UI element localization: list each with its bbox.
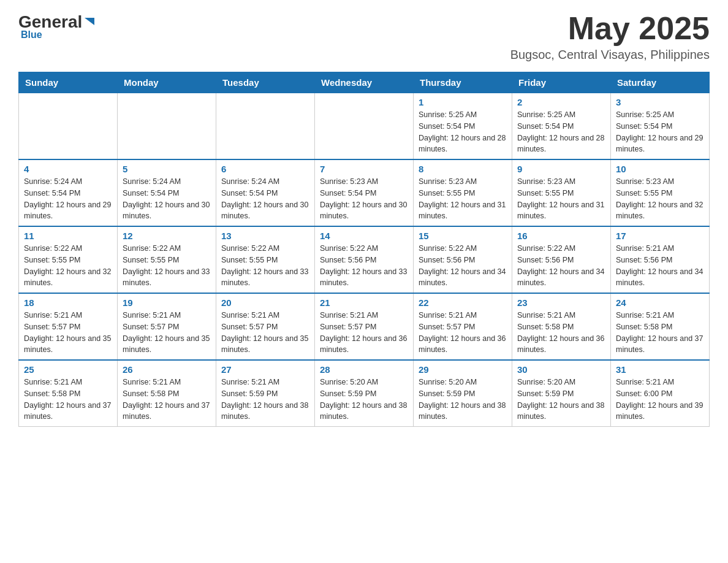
page-header: General Blue May 2025 Bugsoc, Central Vi… xyxy=(18,12,710,62)
day-number: 26 xyxy=(123,364,211,375)
day-number: 25 xyxy=(24,364,112,375)
day-cell-4-7: 24Sunrise: 5:21 AMSunset: 5:58 PMDayligh… xyxy=(611,293,710,360)
day-info: Sunrise: 5:21 AMSunset: 5:57 PMDaylight:… xyxy=(320,310,408,356)
day-number: 17 xyxy=(616,231,704,241)
month-year-title: May 2025 xyxy=(510,12,710,44)
day-cell-2-5: 8Sunrise: 5:23 AMSunset: 5:55 PMDaylight… xyxy=(414,159,512,226)
day-number: 28 xyxy=(320,364,408,375)
logo-triangle-icon xyxy=(83,15,96,28)
day-cell-3-3: 13Sunrise: 5:22 AMSunset: 5:55 PMDayligh… xyxy=(216,226,315,293)
day-info: Sunrise: 5:21 AMSunset: 5:59 PMDaylight:… xyxy=(221,377,309,423)
day-info: Sunrise: 5:22 AMSunset: 5:55 PMDaylight:… xyxy=(123,243,211,289)
day-cell-5-4: 28Sunrise: 5:20 AMSunset: 5:59 PMDayligh… xyxy=(315,360,414,427)
day-cell-4-4: 21Sunrise: 5:21 AMSunset: 5:57 PMDayligh… xyxy=(315,293,414,360)
col-sunday: Sunday xyxy=(19,72,118,93)
day-info: Sunrise: 5:20 AMSunset: 5:59 PMDaylight:… xyxy=(419,377,507,423)
day-cell-3-5: 15Sunrise: 5:22 AMSunset: 5:56 PMDayligh… xyxy=(414,226,512,293)
day-info: Sunrise: 5:23 AMSunset: 5:55 PMDaylight:… xyxy=(616,176,704,222)
day-info: Sunrise: 5:25 AMSunset: 5:54 PMDaylight:… xyxy=(616,109,704,155)
day-info: Sunrise: 5:22 AMSunset: 5:56 PMDaylight:… xyxy=(419,243,507,289)
day-cell-5-5: 29Sunrise: 5:20 AMSunset: 5:59 PMDayligh… xyxy=(414,360,512,427)
day-info: Sunrise: 5:21 AMSunset: 5:57 PMDaylight:… xyxy=(123,310,211,356)
logo-blue-text: Blue xyxy=(21,29,42,40)
day-number: 4 xyxy=(24,164,112,174)
day-cell-3-7: 17Sunrise: 5:21 AMSunset: 5:56 PMDayligh… xyxy=(611,226,710,293)
col-friday: Friday xyxy=(512,72,611,93)
day-number: 18 xyxy=(24,297,112,308)
calendar-header-row: Sunday Monday Tuesday Wednesday Thursday… xyxy=(19,72,710,93)
day-cell-4-2: 19Sunrise: 5:21 AMSunset: 5:57 PMDayligh… xyxy=(118,293,216,360)
calendar-table: Sunday Monday Tuesday Wednesday Thursday… xyxy=(18,72,710,427)
day-info: Sunrise: 5:21 AMSunset: 5:58 PMDaylight:… xyxy=(616,310,704,356)
day-info: Sunrise: 5:20 AMSunset: 5:59 PMDaylight:… xyxy=(517,377,605,423)
day-number: 10 xyxy=(616,164,704,174)
day-cell-3-1: 11Sunrise: 5:22 AMSunset: 5:55 PMDayligh… xyxy=(19,226,118,293)
day-cell-1-4 xyxy=(315,93,414,160)
day-cell-4-6: 23Sunrise: 5:21 AMSunset: 5:58 PMDayligh… xyxy=(512,293,611,360)
day-info: Sunrise: 5:24 AMSunset: 5:54 PMDaylight:… xyxy=(24,176,112,222)
day-cell-5-6: 30Sunrise: 5:20 AMSunset: 5:59 PMDayligh… xyxy=(512,360,611,427)
day-info: Sunrise: 5:20 AMSunset: 5:59 PMDaylight:… xyxy=(320,377,408,423)
day-number: 9 xyxy=(517,164,605,174)
day-cell-2-6: 9Sunrise: 5:23 AMSunset: 5:55 PMDaylight… xyxy=(512,159,611,226)
day-number: 23 xyxy=(517,297,605,308)
day-info: Sunrise: 5:21 AMSunset: 5:56 PMDaylight:… xyxy=(616,243,704,289)
day-info: Sunrise: 5:21 AMSunset: 5:57 PMDaylight:… xyxy=(221,310,309,356)
col-saturday: Saturday xyxy=(611,72,710,93)
day-number: 31 xyxy=(616,364,704,375)
title-area: May 2025 Bugsoc, Central Visayas, Philip… xyxy=(510,12,710,62)
day-number: 30 xyxy=(517,364,605,375)
day-number: 15 xyxy=(419,231,507,241)
day-number: 24 xyxy=(616,297,704,308)
day-info: Sunrise: 5:21 AMSunset: 5:58 PMDaylight:… xyxy=(517,310,605,356)
day-number: 19 xyxy=(123,297,211,308)
col-wednesday: Wednesday xyxy=(315,72,414,93)
day-cell-4-1: 18Sunrise: 5:21 AMSunset: 5:57 PMDayligh… xyxy=(19,293,118,360)
day-info: Sunrise: 5:21 AMSunset: 5:58 PMDaylight:… xyxy=(24,377,112,423)
day-info: Sunrise: 5:22 AMSunset: 5:55 PMDaylight:… xyxy=(24,243,112,289)
day-number: 2 xyxy=(517,97,605,107)
day-number: 27 xyxy=(221,364,309,375)
day-cell-5-3: 27Sunrise: 5:21 AMSunset: 5:59 PMDayligh… xyxy=(216,360,315,427)
day-number: 12 xyxy=(123,231,211,241)
col-thursday: Thursday xyxy=(414,72,512,93)
day-cell-1-7: 3Sunrise: 5:25 AMSunset: 5:54 PMDaylight… xyxy=(611,93,710,160)
day-cell-1-1 xyxy=(19,93,118,160)
day-cell-4-3: 20Sunrise: 5:21 AMSunset: 5:57 PMDayligh… xyxy=(216,293,315,360)
day-number: 11 xyxy=(24,231,112,241)
day-number: 16 xyxy=(517,231,605,241)
logo-area: General Blue xyxy=(18,12,97,40)
day-number: 8 xyxy=(419,164,507,174)
day-info: Sunrise: 5:22 AMSunset: 5:55 PMDaylight:… xyxy=(221,243,309,289)
day-info: Sunrise: 5:23 AMSunset: 5:54 PMDaylight:… xyxy=(320,176,408,222)
day-number: 13 xyxy=(221,231,309,241)
day-info: Sunrise: 5:22 AMSunset: 5:56 PMDaylight:… xyxy=(517,243,605,289)
day-info: Sunrise: 5:24 AMSunset: 5:54 PMDaylight:… xyxy=(221,176,309,222)
day-cell-4-5: 22Sunrise: 5:21 AMSunset: 5:57 PMDayligh… xyxy=(414,293,512,360)
day-cell-3-2: 12Sunrise: 5:22 AMSunset: 5:55 PMDayligh… xyxy=(118,226,216,293)
day-number: 7 xyxy=(320,164,408,174)
day-info: Sunrise: 5:25 AMSunset: 5:54 PMDaylight:… xyxy=(517,109,605,155)
day-info: Sunrise: 5:21 AMSunset: 5:58 PMDaylight:… xyxy=(123,377,211,423)
day-number: 6 xyxy=(221,164,309,174)
week-row-1: 1Sunrise: 5:25 AMSunset: 5:54 PMDaylight… xyxy=(19,93,710,160)
svg-marker-0 xyxy=(85,18,94,25)
day-cell-5-2: 26Sunrise: 5:21 AMSunset: 5:58 PMDayligh… xyxy=(118,360,216,427)
col-monday: Monday xyxy=(118,72,216,93)
day-cell-1-2 xyxy=(118,93,216,160)
week-row-4: 18Sunrise: 5:21 AMSunset: 5:57 PMDayligh… xyxy=(19,293,710,360)
day-cell-3-4: 14Sunrise: 5:22 AMSunset: 5:56 PMDayligh… xyxy=(315,226,414,293)
day-info: Sunrise: 5:24 AMSunset: 5:54 PMDaylight:… xyxy=(123,176,211,222)
day-cell-2-7: 10Sunrise: 5:23 AMSunset: 5:55 PMDayligh… xyxy=(611,159,710,226)
day-info: Sunrise: 5:25 AMSunset: 5:54 PMDaylight:… xyxy=(419,109,507,155)
day-cell-1-6: 2Sunrise: 5:25 AMSunset: 5:54 PMDaylight… xyxy=(512,93,611,160)
col-tuesday: Tuesday xyxy=(216,72,315,93)
week-row-5: 25Sunrise: 5:21 AMSunset: 5:58 PMDayligh… xyxy=(19,360,710,427)
day-cell-1-3 xyxy=(216,93,315,160)
day-number: 20 xyxy=(221,297,309,308)
day-cell-2-1: 4Sunrise: 5:24 AMSunset: 5:54 PMDaylight… xyxy=(19,159,118,226)
day-info: Sunrise: 5:23 AMSunset: 5:55 PMDaylight:… xyxy=(517,176,605,222)
day-number: 21 xyxy=(320,297,408,308)
day-number: 3 xyxy=(616,97,704,107)
day-info: Sunrise: 5:23 AMSunset: 5:55 PMDaylight:… xyxy=(419,176,507,222)
